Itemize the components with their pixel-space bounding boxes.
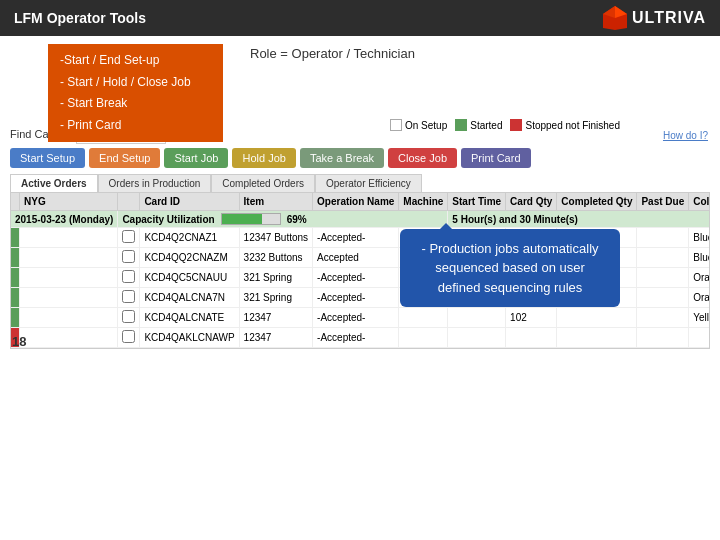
dropdown-menu[interactable]: -Start / End Set-up - Start / Hold / Clo…	[48, 44, 223, 142]
table-row: KCD4QALCNATE 12347 -Accepted- 102 Yellow…	[11, 308, 710, 328]
capacity-bar-fill	[222, 214, 262, 224]
row-op-name: -Accepted-	[313, 268, 399, 288]
row-color: Orange	[689, 288, 710, 308]
row-nyg	[20, 248, 118, 268]
hold-job-button[interactable]: Hold Job	[232, 148, 295, 168]
tab-operator-efficiency[interactable]: Operator Efficiency	[315, 174, 422, 192]
end-setup-button[interactable]: End Setup	[89, 148, 160, 168]
row-op-name: -Accepted-	[313, 328, 399, 348]
tab-orders-production[interactable]: Orders in Production	[98, 174, 212, 192]
row-comp-qty	[557, 328, 637, 348]
row-op-name: -Accepted-	[313, 308, 399, 328]
capacity-label: Capacity Utilization	[122, 214, 214, 225]
row-op-name: -Accepted-	[313, 228, 399, 248]
balloon-text: - Production jobs automatically sequence…	[421, 241, 598, 295]
row-nyg	[20, 288, 118, 308]
row-card-id: KCD4QC5CNAUU	[140, 268, 239, 288]
col-nyg: NYG	[20, 193, 118, 211]
row-start-time	[448, 308, 506, 328]
row-machine	[399, 308, 448, 328]
row-item: 12347 Buttons	[239, 228, 313, 248]
row-card-id: KCD4QQ2CNAZM	[140, 248, 239, 268]
row-checkbox[interactable]	[118, 268, 140, 288]
row-flag-cell	[11, 228, 20, 248]
col-item: Item	[239, 193, 313, 211]
print-card-button[interactable]: Print Card	[461, 148, 531, 168]
row-nyg	[20, 228, 118, 248]
row-start-time	[448, 328, 506, 348]
row-past-due	[637, 308, 689, 328]
tab-active-orders[interactable]: Active Orders	[10, 174, 98, 192]
row-item: 12347	[239, 308, 313, 328]
row-past-due	[637, 228, 689, 248]
tab-completed-orders[interactable]: Completed Orders	[211, 174, 315, 192]
start-setup-button[interactable]: Start Setup	[10, 148, 85, 168]
col-comp-qty: Completed Qty	[557, 193, 637, 211]
legend-label-started: Started	[470, 120, 502, 131]
page-number: 18	[12, 334, 26, 349]
legend-box-started	[455, 119, 467, 131]
logo-text: ULTRIVA	[632, 9, 706, 27]
row-color	[689, 328, 710, 348]
row-flag-cell	[11, 248, 20, 268]
row-color: Blue	[689, 248, 710, 268]
ultriva-logo: ULTRIVA	[601, 4, 706, 32]
capacity-bar	[221, 213, 281, 225]
row-comp-qty	[557, 308, 637, 328]
row-nyg	[20, 308, 118, 328]
row-past-due	[637, 288, 689, 308]
col-card-qty: Card Qty	[506, 193, 557, 211]
legend-label-stopped: Stopped not Finished	[525, 120, 620, 131]
row-past-due	[637, 268, 689, 288]
col-op-name: Operation Name	[313, 193, 399, 211]
logo-icon	[601, 4, 629, 32]
col-machine: Machine	[399, 193, 448, 211]
row-nyg	[20, 268, 118, 288]
legend-stopped: Stopped not Finished	[510, 119, 620, 131]
dropdown-item-4[interactable]: - Print Card	[60, 115, 211, 137]
group-capacity: Capacity Utilization 69%	[118, 211, 448, 228]
table-header-row: NYG Card ID Item Operation Name Machine …	[11, 193, 710, 211]
group-duration: 5 Hour(s) and 30 Minute(s)	[448, 211, 710, 228]
row-checkbox[interactable]	[118, 288, 140, 308]
row-color: Blue	[689, 228, 710, 248]
main-content: Role = Operator / Technician -Start / En…	[0, 36, 720, 357]
row-checkbox[interactable]	[118, 248, 140, 268]
row-past-due	[637, 248, 689, 268]
table-row: KCD4QAKLCNAWP 12347 -Accepted- .55 Decd.…	[11, 328, 710, 348]
dropdown-item-3[interactable]: - Start Break	[60, 93, 211, 115]
row-card-id: KCD4QALCNATE	[140, 308, 239, 328]
row-nyg	[20, 328, 118, 348]
legend-label-setup: On Setup	[405, 120, 447, 131]
take-break-button[interactable]: Take a Break	[300, 148, 384, 168]
dropdown-item-1[interactable]: -Start / End Set-up	[60, 50, 211, 72]
action-buttons-row: Start Setup End Setup Start Job Hold Job…	[10, 148, 710, 168]
col-flag	[11, 193, 20, 211]
row-flag-cell	[11, 268, 20, 288]
row-checkbox[interactable]	[118, 328, 140, 348]
row-color: Yellow	[689, 308, 710, 328]
row-flag-cell	[11, 308, 20, 328]
start-job-button[interactable]: Start Job	[164, 148, 228, 168]
row-card-id: KCD4QAKLCNAWP	[140, 328, 239, 348]
row-item: 3232 Buttons	[239, 248, 313, 268]
row-checkbox[interactable]	[118, 308, 140, 328]
legend-box-stopped	[510, 119, 522, 131]
row-op-name: -Accepted-	[313, 288, 399, 308]
row-item: 321 Spring	[239, 288, 313, 308]
dropdown-item-2[interactable]: - Start / Hold / Close Job	[60, 72, 211, 94]
row-item: 321 Spring	[239, 268, 313, 288]
how-do-i-link[interactable]: How do I?	[663, 130, 708, 141]
row-machine	[399, 328, 448, 348]
tabs-row: Active Orders Orders in Production Compl…	[10, 174, 710, 192]
row-card-qty	[506, 328, 557, 348]
close-job-button[interactable]: Close Job	[388, 148, 457, 168]
col-color: Color	[689, 193, 710, 211]
row-flag-cell	[11, 288, 20, 308]
row-checkbox[interactable]	[118, 228, 140, 248]
legend-started: Started	[455, 119, 502, 131]
row-past-due	[637, 328, 689, 348]
role-label: Role = Operator / Technician	[250, 46, 415, 61]
col-card-id: Card ID	[140, 193, 239, 211]
col-past-due: Past Due	[637, 193, 689, 211]
